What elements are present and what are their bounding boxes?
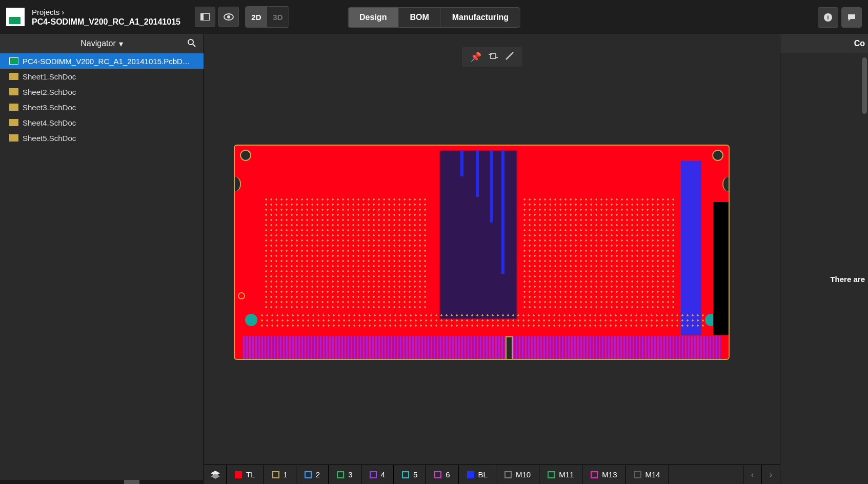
breadcrumb-parent[interactable]: Projects › bbox=[32, 8, 180, 16]
view-tools: 2D 3D bbox=[195, 6, 289, 28]
scrollbar-thumb[interactable] bbox=[862, 57, 867, 114]
layer-swatch bbox=[467, 471, 474, 478]
svg-text:i: i bbox=[827, 14, 829, 21]
layer-nav-arrows: ‹ › bbox=[743, 465, 780, 484]
layer-label: 6 bbox=[446, 470, 450, 479]
blue-trace bbox=[501, 151, 504, 274]
tree-item-label: Sheet3.SchDoc bbox=[23, 103, 76, 112]
tree-item-label: PC4-SODIMM_V200_RC_A1_20141015.PcbD… bbox=[23, 57, 190, 66]
measure-icon[interactable] bbox=[505, 51, 514, 63]
layer-label: M14 bbox=[645, 470, 660, 479]
app-icon bbox=[6, 8, 25, 26]
layer-swatch bbox=[591, 471, 598, 478]
schematic-file-icon bbox=[9, 73, 18, 80]
layer-label: 4 bbox=[381, 470, 385, 479]
view-2d-button[interactable]: 2D bbox=[246, 7, 267, 27]
pcb-canvas[interactable]: 📌 bbox=[204, 34, 780, 484]
layer-swatch bbox=[504, 471, 512, 478]
tree-item-label: Sheet1.SchDoc bbox=[23, 72, 76, 81]
via-row bbox=[259, 313, 705, 327]
layer-label: 2 bbox=[316, 470, 320, 479]
layer-swatch bbox=[402, 471, 409, 478]
layer-swatch bbox=[272, 471, 279, 478]
info-button[interactable]: i bbox=[818, 7, 838, 28]
search-icon[interactable] bbox=[187, 38, 196, 50]
visibility-button[interactable] bbox=[218, 7, 239, 27]
layer-prev-button[interactable]: ‹ bbox=[743, 465, 761, 484]
layer-swatch bbox=[305, 471, 312, 478]
sidebar-scrollbar[interactable] bbox=[0, 480, 204, 484]
tree-item[interactable]: PC4-SODIMM_V200_RC_A1_20141015.PcbD… bbox=[0, 53, 204, 69]
navigator-header[interactable]: Navigator ▾ bbox=[0, 34, 204, 53]
navigator-title: Navigator bbox=[80, 39, 115, 48]
tab-manufacturing[interactable]: Manufacturing bbox=[441, 8, 520, 27]
layer-item[interactable]: M14 bbox=[626, 465, 669, 484]
pcb-board bbox=[234, 145, 730, 360]
crop-icon[interactable] bbox=[489, 51, 498, 63]
layer-item[interactable]: M11 bbox=[539, 465, 582, 484]
layer-item[interactable]: BL bbox=[459, 465, 496, 484]
layer-label: 5 bbox=[413, 470, 417, 479]
comments-button[interactable] bbox=[841, 7, 862, 28]
layer-item[interactable]: 3 bbox=[329, 465, 361, 484]
board-notch-right bbox=[722, 176, 730, 192]
navigator-tree: PC4-SODIMM_V200_RC_A1_20141015.PcbD…Shee… bbox=[0, 53, 204, 146]
main-area: Navigator ▾ PC4-SODIMM_V200_RC_A1_201410… bbox=[0, 34, 868, 484]
board-hole bbox=[238, 292, 245, 299]
blue-block bbox=[681, 161, 701, 335]
panel-toggle-button[interactable] bbox=[195, 7, 215, 27]
layers-icon[interactable] bbox=[204, 465, 227, 484]
main-tabs: Design BOM Manufacturing bbox=[348, 7, 520, 28]
layer-item[interactable]: M10 bbox=[496, 465, 539, 484]
breadcrumb-current: PC4-SODIMM_V200_RC_A1_20141015 bbox=[32, 17, 180, 27]
right-panel-header: Co bbox=[780, 34, 868, 53]
pin-icon[interactable]: 📌 bbox=[470, 51, 481, 63]
svg-line-11 bbox=[506, 52, 513, 59]
blue-trace bbox=[476, 151, 479, 197]
via-field bbox=[522, 197, 676, 310]
chevron-down-icon: ▾ bbox=[119, 39, 123, 49]
sidebar: Navigator ▾ PC4-SODIMM_V200_RC_A1_201410… bbox=[0, 34, 204, 484]
layer-label: BL bbox=[478, 470, 488, 479]
tab-design[interactable]: Design bbox=[348, 8, 398, 27]
board-hole bbox=[712, 150, 723, 161]
tree-item[interactable]: Sheet4.SchDoc bbox=[0, 115, 204, 130]
board-edge-black bbox=[713, 202, 729, 335]
layer-item[interactable]: 4 bbox=[361, 465, 394, 484]
layer-item[interactable]: 1 bbox=[264, 465, 296, 484]
tree-item[interactable]: Sheet3.SchDoc bbox=[0, 99, 204, 115]
board-hole bbox=[240, 150, 251, 161]
tree-item[interactable]: Sheet2.SchDoc bbox=[0, 84, 204, 99]
breadcrumb: Projects › PC4-SODIMM_V200_RC_A1_2014101… bbox=[32, 8, 180, 27]
layer-swatch bbox=[370, 471, 377, 478]
canvas-float-tools: 📌 bbox=[462, 47, 522, 67]
view-3d-button[interactable]: 3D bbox=[267, 7, 289, 27]
svg-point-6 bbox=[188, 39, 193, 45]
layer-items: TL123456BLM10M11M13M14 bbox=[227, 465, 669, 484]
layer-item[interactable]: 6 bbox=[426, 465, 458, 484]
layer-next-button[interactable]: › bbox=[761, 465, 780, 484]
right-panel: Co There are bbox=[780, 34, 868, 484]
tree-item-label: Sheet4.SchDoc bbox=[23, 118, 76, 127]
layer-item[interactable]: M13 bbox=[582, 465, 625, 484]
svg-rect-1 bbox=[200, 13, 204, 21]
blue-trace bbox=[460, 151, 463, 176]
top-bar: Projects › PC4-SODIMM_V200_RC_A1_2014101… bbox=[0, 0, 868, 34]
edge-fingers-right bbox=[513, 336, 722, 359]
edge-fingers-left bbox=[243, 336, 506, 359]
layer-swatch bbox=[337, 471, 344, 478]
layer-label: TL bbox=[246, 470, 255, 479]
tree-item[interactable]: Sheet1.SchDoc bbox=[0, 69, 204, 84]
tree-item-label: Sheet2.SchDoc bbox=[23, 88, 76, 96]
layer-item[interactable]: 2 bbox=[296, 465, 329, 484]
layer-bar: TL123456BLM10M11M13M14 ‹ › bbox=[204, 465, 780, 484]
layer-item[interactable]: TL bbox=[227, 465, 264, 484]
board-notch-left bbox=[234, 176, 241, 192]
layer-label: 3 bbox=[348, 470, 352, 479]
sidebar-scrollbar-thumb[interactable] bbox=[124, 480, 139, 484]
layer-item[interactable]: 5 bbox=[394, 465, 426, 484]
tree-item[interactable]: Sheet5.SchDoc bbox=[0, 130, 204, 146]
layer-label: M13 bbox=[602, 470, 617, 479]
tab-bom[interactable]: BOM bbox=[398, 8, 440, 27]
layer-label: 1 bbox=[284, 470, 288, 479]
